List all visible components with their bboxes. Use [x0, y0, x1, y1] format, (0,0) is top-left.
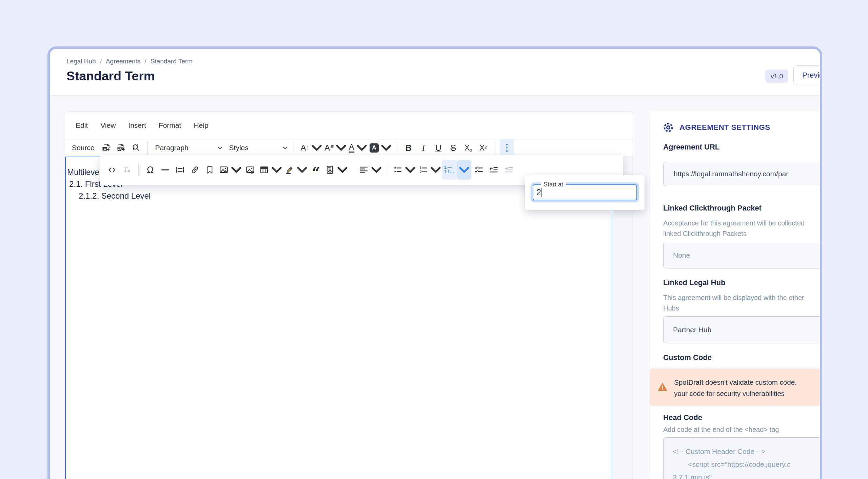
- menu-help[interactable]: Help: [194, 121, 208, 129]
- breadcrumb-current: Standard Term: [151, 58, 193, 65]
- menu-view[interactable]: View: [100, 121, 116, 129]
- strikethrough-button[interactable]: S: [446, 140, 461, 155]
- breadcrumb-separator: /: [100, 58, 102, 65]
- font-family-button[interactable]: A≡: [323, 140, 348, 155]
- agreement-url-label: Agreement URL: [663, 143, 719, 152]
- toolbar-separator: [495, 141, 495, 155]
- highlight-button[interactable]: [283, 160, 309, 180]
- text-cursor: [541, 188, 542, 197]
- toolbar-separator: [138, 163, 139, 177]
- horizontal-line-button[interactable]: [158, 160, 173, 180]
- chevron-down-icon: [336, 143, 346, 153]
- warning-text: SpotDraft doesn't validate custom code.: [674, 377, 822, 388]
- export-word-button[interactable]: W: [99, 140, 114, 155]
- bold-icon: B: [406, 144, 412, 152]
- font-size-button[interactable]: A↕: [299, 140, 323, 155]
- breadcrumb-legal-hub[interactable]: Legal Hub: [66, 58, 96, 65]
- more-options-button[interactable]: [500, 139, 514, 157]
- todo-list-button[interactable]: [471, 160, 486, 180]
- code-line: <!-- Custom Header Code -->: [673, 445, 822, 458]
- link-button[interactable]: [188, 160, 202, 180]
- find-replace-button[interactable]: [129, 140, 143, 155]
- remove-format-button[interactable]: [119, 160, 134, 180]
- editor-toolbar-row1: Source W PDF Paragraph Styles A↕: [65, 139, 634, 157]
- chevron-down-icon: [297, 165, 307, 175]
- agreement-url-input[interactable]: https://legal.ramnathshenoy.com/par: [663, 162, 822, 186]
- breadcrumb-agreements[interactable]: Agreements: [106, 58, 140, 65]
- styles-dropdown[interactable]: Styles: [226, 140, 291, 155]
- bulleted-list-icon: [393, 165, 403, 175]
- code-button[interactable]: [104, 160, 119, 180]
- insert-table-icon: [259, 165, 269, 175]
- start-at-value: 2: [536, 187, 541, 197]
- breadcrumb: Legal Hub / Agreements / Standard Term: [66, 58, 193, 65]
- chevron-down-icon: [459, 165, 469, 175]
- chevron-down-icon: [371, 165, 381, 175]
- toolbar-separator: [295, 141, 295, 155]
- image-link-button[interactable]: [243, 160, 258, 180]
- chevron-down-icon: [272, 165, 282, 175]
- chevron-down-icon: [357, 143, 367, 153]
- bold-button[interactable]: B: [401, 140, 416, 155]
- linked-legal-hub-label: Linked Legal Hub: [663, 278, 725, 287]
- gear-icon: [662, 121, 675, 134]
- custom-code-label: Custom Code: [663, 353, 712, 362]
- head-code-textarea[interactable]: <!-- Custom Header Code --> <script src=…: [663, 437, 822, 479]
- styles-dropdown-value: Styles: [229, 144, 249, 152]
- link-icon: [190, 165, 200, 175]
- toolbar-separator: [353, 163, 353, 177]
- horizontal-line-icon: [160, 165, 170, 175]
- font-color-button[interactable]: A: [348, 140, 368, 155]
- menu-edit[interactable]: Edit: [76, 121, 88, 129]
- multilevel-list-button[interactable]: 1.—1.1.—: [442, 160, 457, 180]
- italic-icon: I: [422, 143, 425, 153]
- export-pdf-button[interactable]: PDF: [114, 140, 129, 155]
- agreement-url-value: https://legal.ramnathshenoy.com/par: [674, 170, 788, 178]
- superscript-button[interactable]: X2: [476, 140, 491, 155]
- menu-format[interactable]: Format: [159, 121, 181, 129]
- italic-button[interactable]: I: [416, 140, 431, 155]
- superscript-icon: X2: [479, 143, 487, 153]
- linked-clickthrough-select[interactable]: None: [663, 242, 822, 268]
- bookmark-button[interactable]: [202, 160, 217, 180]
- insert-table-button[interactable]: [258, 160, 283, 180]
- decrease-indent-button[interactable]: [486, 160, 501, 180]
- menu-insert[interactable]: Insert: [128, 121, 146, 129]
- block-quote-button[interactable]: “: [309, 160, 323, 180]
- sidebar-title: AGREEMENT SETTINGS: [679, 123, 770, 132]
- linked-clickthrough-description: linked Clickthrough Packets: [663, 230, 747, 238]
- strikethrough-icon: S: [451, 144, 456, 152]
- font-background-color-button[interactable]: A: [368, 140, 393, 155]
- source-button[interactable]: Source: [68, 140, 99, 155]
- html-embed-button[interactable]: [323, 160, 349, 180]
- insert-image-button[interactable]: [217, 160, 243, 180]
- page-break-button[interactable]: [173, 160, 188, 180]
- linked-legal-hub-select[interactable]: Partner Hub: [663, 316, 822, 343]
- bulleted-list-button[interactable]: [391, 160, 417, 180]
- numbered-list-button[interactable]: 12: [417, 160, 442, 180]
- increase-indent-button[interactable]: [501, 160, 516, 180]
- toolbar-separator: [387, 163, 387, 177]
- chevron-down-icon: [405, 165, 415, 175]
- preview-button[interactable]: Preview: [793, 65, 822, 85]
- warning-text: your code for security vulnerabilities: [674, 388, 822, 399]
- text-alignment-button[interactable]: [357, 160, 383, 180]
- svg-text:PDF: PDF: [117, 147, 123, 150]
- multilevel-list-dropdown-button[interactable]: [457, 160, 471, 180]
- special-characters-button[interactable]: Ω: [143, 160, 158, 180]
- code-icon: [107, 165, 117, 175]
- special-characters-icon: Ω: [147, 165, 154, 175]
- head-code-description: Add code at the end of the <head> tag: [663, 426, 779, 434]
- linked-clickthrough-label: Linked Clickthrough Packet: [663, 204, 762, 213]
- toolbar-separator: [397, 141, 397, 155]
- decrease-indent-icon: [489, 165, 499, 175]
- underline-icon: U: [435, 144, 441, 152]
- subscript-button[interactable]: X2: [461, 140, 476, 155]
- sidebar-header: AGREEMENT SETTINGS: [662, 121, 770, 134]
- start-at-input[interactable]: Start at 2: [533, 184, 637, 200]
- more-options-icon: [506, 144, 508, 145]
- linked-clickthrough-value: None: [673, 251, 690, 259]
- underline-button[interactable]: U: [431, 140, 446, 155]
- remove-format-icon: [122, 165, 132, 175]
- paragraph-dropdown[interactable]: Paragraph: [152, 140, 226, 155]
